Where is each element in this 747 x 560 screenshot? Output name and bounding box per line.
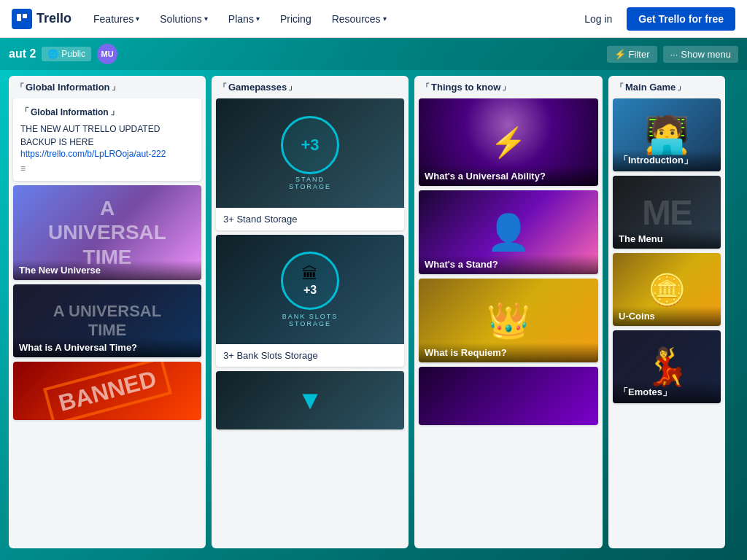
board-header: aut 2 🌐 Public MU ⚡ Filter ··· Show menu [0,38,747,70]
card-bank-slots[interactable]: 🏛 +3 BANK SLOTSSTORAGE 3+ Bank Slots Sto… [216,235,404,367]
lightning-icon: ⚡ [490,125,527,160]
card-label-u-coins: U-Coins [613,306,721,326]
trello-logo-icon [12,9,32,29]
card-label-introduction: 「Introduction」 [613,149,721,171]
card-what-is-stand[interactable]: 👤 What's a Stand? [419,190,598,274]
list-cards-global-info: 「Global Information」 THE NEW AUT TRELLO … [9,98,206,548]
list-header-main-game: 「 Main Game 」 [608,76,725,98]
nav-resources[interactable]: Resources ▾ [325,9,394,29]
menu-icon: ··· [670,49,678,60]
card-universal-ability[interactable]: ⚡ What's a Universal Ability? [419,98,598,186]
list-gamepasses: 「 Gamepasses 」 +3 STANDSTORAGE 3+ St [212,76,409,548]
bank-plus: +3 [303,284,317,297]
card-gamepass3[interactable]: ▼ [216,371,404,429]
board-area: aut 2 🌐 Public MU ⚡ Filter ··· Show menu… [0,38,747,560]
nav-solutions[interactable]: Solutions ▾ [152,9,215,29]
svg-rect-1 [23,14,27,18]
avatar: MU [97,44,117,64]
show-menu-button[interactable]: ··· Show menu [663,46,739,63]
navbar: Trello Features ▾ Solutions ▾ Plans ▾ Pr… [0,0,747,38]
trello-logo-text: Trello [36,11,71,26]
card-the-menu[interactable]: ME The Menu [613,176,721,249]
card-label-new-universe: The New Universe [13,260,201,280]
text-card-link: https://trello.com/b/LpLROoja/aut-222 [20,149,194,159]
bank-label: BANK SLOTSSTORAGE [282,313,338,327]
stand-circle: +3 [281,116,339,174]
requiem-figure: 👑 [487,300,530,341]
card-backup-text[interactable]: 「Global Information」 THE NEW AUT TRELLO … [13,98,201,181]
lock-icon: 「 [20,106,29,118]
board-header-right: ⚡ Filter ··· Show menu [607,46,738,63]
nav-pricing[interactable]: Pricing [273,9,319,29]
list-emoji: 「 [219,82,227,93]
list-header-gamepasses: 「 Gamepasses 」 [212,76,409,98]
nav-features[interactable]: Features ▾ [86,9,147,29]
card-label-what-is-aut: What is A Universal Time? [13,338,201,357]
card-requiem[interactable]: 👑 What is Requiem? [419,279,598,362]
stand-storage-visual: +3 [301,136,319,155]
list-header-global-info: 「 Global Information 」 [9,76,206,98]
globe-icon: 🌐 [47,49,58,59]
chevron-down-icon: ▾ [204,15,208,23]
list-emoji: 「 [16,82,24,93]
list-emoji: 「 [422,82,430,93]
align-icon: ≡ [20,163,194,174]
card-label-emotes: 「Emotes」 [613,381,721,403]
stand-label: STANDSTORAGE [289,176,331,190]
bank-icon: 🏛 [302,265,318,284]
card-label-universal-ability: What's a Universal Ability? [419,166,598,186]
text-card-title: 「Global Information」 [20,106,194,118]
list-emoji-close: 」 [502,82,510,93]
card-label-what-is-stand: What's a Stand? [419,254,598,274]
login-button[interactable]: Log in [576,9,621,29]
menu-big-text: ME [642,192,692,233]
card-emotes[interactable]: 💃 「Emotes」 [613,330,721,403]
visibility-badge[interactable]: 🌐 Public [42,47,91,61]
list-emoji-close: 」 [112,82,120,93]
list-header-things: 「 Things to know 」 [414,76,603,98]
chevron-down-icon: ▾ [256,15,260,23]
list-title: Things to know [431,82,500,93]
list-global-info: 「 Global Information 」 「Global Informati… [9,76,206,548]
card-things4[interactable] [419,367,598,425]
board-title: aut 2 [9,47,36,61]
arrow-down-icon: ▼ [297,385,323,416]
filter-button[interactable]: ⚡ Filter [607,46,657,63]
trello-icon [16,13,28,25]
trello-logo[interactable]: Trello [12,9,71,29]
card-what-is-aut[interactable]: A UNIVERSALTIME What is A Universal Time… [13,284,201,357]
chevron-down-icon: ▾ [383,15,387,23]
list-title: Global Information [26,82,110,93]
card-banned[interactable]: BANNED [13,362,201,420]
list-emoji-close: 」 [288,82,296,93]
list-emoji-close: 」 [677,82,685,93]
card-label-bank-slots: 3+ Bank Slots Storage [216,344,404,367]
list-emoji: 「 [616,82,624,93]
bank-circle: 🏛 +3 [281,252,339,310]
list-main-game: 「 Main Game 」 🧑‍💻 「Introduction」 ME [608,76,725,548]
nav-plans[interactable]: Plans ▾ [221,9,267,29]
card-stand-storage[interactable]: +3 STANDSTORAGE 3+ Stand Storage [216,98,404,230]
filter-icon: ⚡ [614,49,626,60]
coins-icon: 🪙 [648,272,686,308]
card-label-the-menu: The Menu [613,229,721,249]
chevron-down-icon: ▾ [136,15,139,23]
list-cards-gamepasses: +3 STANDSTORAGE 3+ Stand Storage 🏛 +3 [212,98,409,548]
stand-figure: 👤 [487,212,530,253]
card-label-requiem: What is Requiem? [419,343,598,362]
list-title: Gamepasses [228,82,287,93]
list-cards-main-game: 🧑‍💻 「Introduction」 ME The Menu 🪙 U [608,98,725,548]
lists-container: 「 Global Information 」 「Global Informati… [0,70,747,554]
list-things-to-know: 「 Things to know 」 ⚡ What's a Universal … [414,76,603,548]
card-introduction[interactable]: 🧑‍💻 「Introduction」 [613,98,721,171]
cta-button[interactable]: Get Trello for free [627,7,735,31]
card-u-coins[interactable]: 🪙 U-Coins [613,253,721,326]
card-new-universe[interactable]: AUNIVERSALTIME The New Universe [13,185,201,280]
list-title: Main Game [625,82,676,93]
svg-rect-0 [17,14,21,21]
lock-icon-close: 」 [110,106,119,118]
list-cards-things: ⚡ What's a Universal Ability? 👤 What's a… [414,98,603,548]
card-label-stand-storage: 3+ Stand Storage [216,208,404,230]
text-card-body: THE NEW AUT TRELLO UPDATED BACKUP IS HER… [20,122,194,149]
